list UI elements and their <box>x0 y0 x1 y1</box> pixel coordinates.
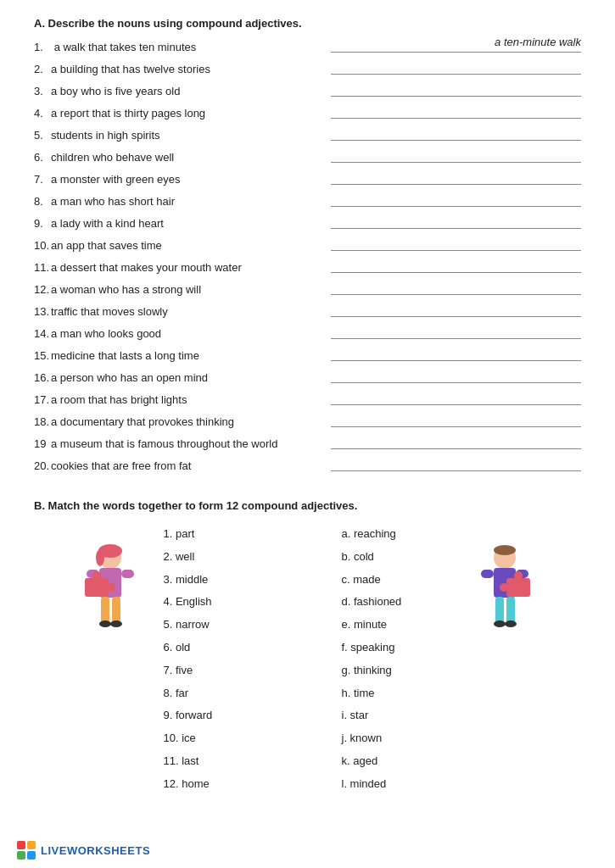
answer-line-14 <box>331 338 581 339</box>
match-left-item-1: 1. part <box>164 526 274 543</box>
match-right-item-9: i. star <box>342 707 452 725</box>
match-right-item-6: f. speaking <box>342 639 452 657</box>
answer-line-17 <box>331 404 581 405</box>
match-right-item-4: d. fashioned <box>342 593 452 611</box>
exercise-item-5: 5.students in high spirits <box>34 125 581 143</box>
answer-line-2 <box>331 74 581 75</box>
exercise-item-10: 10.an app that saves time <box>34 235 581 253</box>
answer-line-12 <box>331 294 581 295</box>
exercise-item-12: 12.a woman who has a strong will <box>34 279 581 298</box>
match-left-item-8: 8. far <box>164 685 274 703</box>
logo-square-3 <box>17 851 25 860</box>
exercise-item-4: 4.a report that is thirty pages long <box>34 103 581 121</box>
match-left-column: 1. part2. well3. middle4. English5. narr… <box>164 526 274 793</box>
match-left-item-9: 9. forward <box>164 707 274 725</box>
match-columns: 1. part2. well3. middle4. English5. narr… <box>34 526 581 793</box>
exercise-item-18: 18.a documentary that provokes thinking <box>34 411 581 430</box>
match-left-item-4: 4. English <box>164 593 274 611</box>
exercise-item-14: 14.a man who looks good <box>34 323 581 342</box>
match-right-item-2: b. cold <box>342 548 452 566</box>
exercise-item-8: 8.a man who has short hair <box>34 191 581 209</box>
match-right-column: a. reachingb. coldc. maded. fashionede. … <box>342 526 452 793</box>
footer-brand: LIVEWORKSHEETS <box>41 844 150 857</box>
answer-line-10 <box>331 250 581 251</box>
example-answer: a ten-minute walk <box>495 36 581 48</box>
exercise-item-16: 16.a person who has an open mind <box>34 367 581 386</box>
exercise-item-20: 20.cookies that are free from fat <box>34 455 581 474</box>
section-b: B. Match the words together to form 12 c… <box>34 499 581 793</box>
match-left-item-7: 7. five <box>164 662 274 680</box>
match-right-item-1: a. reaching <box>342 526 452 543</box>
exercise-item-3: 3.a boy who is five years old <box>34 81 581 99</box>
section-b-title: B. Match the words together to form 12 c… <box>34 499 581 512</box>
logo-square-1 <box>17 841 25 849</box>
match-right-item-12: l. minded <box>342 776 452 793</box>
answer-line-9 <box>331 228 581 229</box>
match-right-item-8: h. time <box>342 685 452 703</box>
match-right-item-3: c. made <box>342 571 452 589</box>
answer-line-5 <box>331 140 581 141</box>
match-left-item-3: 3. middle <box>164 571 274 589</box>
exercise-item-1: 1. a walk that takes ten minutes a ten-m… <box>34 36 581 55</box>
exercise-item-19: 19a museum that is famous throughout the… <box>34 433 581 452</box>
answer-line-16 <box>331 382 581 383</box>
match-left-item-10: 10. ice <box>164 730 274 748</box>
exercise-item-17: 17.a room that has bright lights <box>34 389 581 408</box>
section-a-title: A. Describe the nouns using compound adj… <box>34 17 581 30</box>
answer-line-15 <box>331 360 581 361</box>
exercise-item-15: 15.medicine that lasts a long time <box>34 345 581 364</box>
match-left-item-12: 12. home <box>164 776 274 793</box>
match-right-item-10: j. known <box>342 730 452 748</box>
exercise-item-11: 11.a dessert that makes your mouth water <box>34 257 581 275</box>
exercise-item-7: 7.a monster with green eyes <box>34 169 581 187</box>
answer-line-18 <box>331 426 581 427</box>
answer-line-13 <box>331 316 581 317</box>
answer-line-7 <box>331 184 581 185</box>
match-left-item-11: 11. last <box>164 753 274 771</box>
logo-square-2 <box>27 841 36 849</box>
answer-line-4 <box>331 118 581 119</box>
exercise-item-6: 6.children who behave well <box>34 147 581 165</box>
match-right-item-5: e. minute <box>342 616 452 634</box>
answer-line-6 <box>331 162 581 163</box>
match-right-item-7: g. thinking <box>342 662 452 680</box>
match-right-item-11: k. aged <box>342 753 452 771</box>
footer: LIVEWORKSHEETS <box>0 841 615 860</box>
answer-line-19 <box>331 448 581 449</box>
section-a: A. Describe the nouns using compound adj… <box>34 17 581 474</box>
item-text-1: 1. a walk that takes ten minutes <box>34 39 322 56</box>
answer-line-20 <box>331 470 581 471</box>
footer-logo: LIVEWORKSHEETS <box>17 841 150 860</box>
match-left-item-6: 6. old <box>164 639 274 657</box>
match-left-item-2: 2. well <box>164 548 274 566</box>
logo-squares <box>17 841 36 860</box>
logo-square-4 <box>27 851 36 860</box>
answer-line-11 <box>331 272 581 273</box>
answer-line-3 <box>331 96 581 97</box>
exercise-item-9: 9.a lady with a kind heart <box>34 213 581 231</box>
answer-line-1: a ten-minute walk <box>331 52 581 53</box>
exercise-item-2: 2.a building that has twelve stories <box>34 58 581 77</box>
answer-line-8 <box>331 206 581 207</box>
exercise-item-13: 13.traffic that moves slowly <box>34 301 581 320</box>
match-left-item-5: 5. narrow <box>164 616 274 634</box>
